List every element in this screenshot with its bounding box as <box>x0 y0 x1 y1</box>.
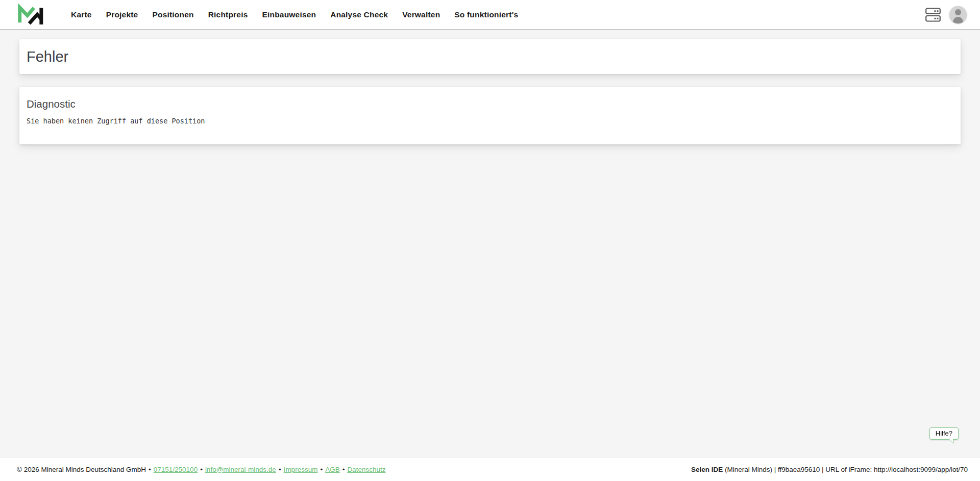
diagnostic-card: Diagnostic Sie haben keinen Zugriff auf … <box>19 87 961 144</box>
nav-item-richtpreis[interactable]: Richtpreis <box>208 10 248 19</box>
nav-item-einbauweisen[interactable]: Einbauweisen <box>262 10 316 19</box>
footer-left: © 2026 Mineral Minds Deutschland GmbH • … <box>17 466 385 473</box>
nav-item-analyse-check[interactable]: Analyse Check <box>330 10 388 19</box>
footer-copyright: © 2026 Mineral Minds Deutschland GmbH <box>17 466 146 473</box>
footer-app-name: Selen IDE <box>691 466 723 473</box>
footer: © 2026 Mineral Minds Deutschland GmbH • … <box>0 457 980 481</box>
footer-separator: • <box>342 466 345 473</box>
footer-link-email[interactable]: info@mineral-minds.de <box>205 466 276 473</box>
footer-debug-rest: (Mineral Minds) | ff9baea95610 | URL of … <box>725 466 968 473</box>
footer-link-agb[interactable]: AGB <box>325 466 340 473</box>
main-nav: Karte Projekte Positionen Richtpreis Ein… <box>71 10 518 19</box>
nav-item-verwalten[interactable]: Verwalten <box>402 10 440 19</box>
diagnostic-message: Sie haben keinen Zugriff auf diese Posit… <box>27 117 953 125</box>
footer-separator: • <box>320 466 323 473</box>
error-title-card: Fehler <box>19 39 961 74</box>
nav-item-karte[interactable]: Karte <box>71 10 92 19</box>
nav-item-so-funktionierts[interactable]: So funktioniert's <box>454 10 518 19</box>
main-content: Fehler Diagnostic Sie haben keinen Zugri… <box>0 30 980 457</box>
avatar-head <box>955 9 961 15</box>
footer-link-impressum[interactable]: Impressum <box>284 466 318 473</box>
footer-separator: • <box>279 466 281 473</box>
server-icon[interactable] <box>925 8 941 22</box>
help-button[interactable]: Hilfe? <box>929 427 959 440</box>
page-title: Fehler <box>27 49 953 64</box>
mineral-minds-logo[interactable] <box>18 4 43 26</box>
user-avatar-icon[interactable] <box>949 6 967 23</box>
logo-icon <box>18 4 43 26</box>
footer-separator: • <box>149 466 151 473</box>
footer-link-datenschutz[interactable]: Datenschutz <box>347 466 385 473</box>
footer-link-phone[interactable]: 07151/250100 <box>154 466 198 473</box>
navbar-right <box>925 6 967 23</box>
footer-separator: • <box>200 466 203 473</box>
diagnostic-heading: Diagnostic <box>27 98 953 110</box>
nav-item-projekte[interactable]: Projekte <box>106 10 138 19</box>
avatar-torso <box>952 17 964 23</box>
footer-debug-info: Selen IDE (Mineral Minds) | ff9baea95610… <box>691 466 968 473</box>
top-navbar: Karte Projekte Positionen Richtpreis Ein… <box>0 0 980 30</box>
nav-item-positionen[interactable]: Positionen <box>152 10 193 19</box>
